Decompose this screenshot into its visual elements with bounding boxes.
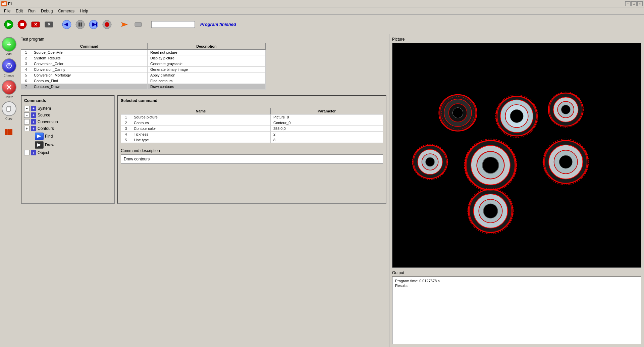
goto-button[interactable] xyxy=(119,18,131,31)
row-command: Contours_Find xyxy=(31,78,148,84)
step-back-button[interactable] xyxy=(61,18,73,31)
menu-edit[interactable]: Edit xyxy=(13,8,25,14)
test-program-title: Test program xyxy=(21,37,386,42)
command-row[interactable]: 4 Conversion_Canny Generate binary image xyxy=(21,67,266,72)
object-plus[interactable]: + xyxy=(31,150,36,155)
add-button[interactable] xyxy=(2,37,16,52)
command-row[interactable]: 1 Source_OpenFile Read nut picture xyxy=(21,50,266,55)
find-action-btn[interactable] xyxy=(35,133,44,140)
delete-label: Delete xyxy=(4,95,13,99)
svg-marker-23 xyxy=(8,64,10,65)
copy-button[interactable] xyxy=(2,101,16,116)
source-expander[interactable]: − xyxy=(24,112,30,118)
tree-item-object[interactable]: − + Object xyxy=(24,149,111,156)
svg-point-37 xyxy=(452,108,463,118)
param-value: Picture_0 xyxy=(270,114,383,120)
tree-item-draw[interactable]: Draw xyxy=(35,141,111,149)
record-button[interactable] xyxy=(101,18,113,31)
command-description-label: Command description xyxy=(121,148,383,153)
param-row[interactable]: 1 Source picture Picture_0 xyxy=(121,114,383,120)
tree-item-contours-group: + + Contours Find xyxy=(24,125,111,149)
contours-children: Find Draw xyxy=(35,132,111,149)
svg-rect-28 xyxy=(5,129,7,135)
svg-rect-29 xyxy=(7,129,10,135)
copy-label: Copy xyxy=(5,117,12,120)
contours-expander[interactable]: + xyxy=(24,126,30,131)
command-row[interactable]: 6 Contours_Find Find contours xyxy=(21,78,266,84)
step-forward-button[interactable] xyxy=(88,18,100,31)
stop-square-button[interactable] xyxy=(132,18,144,31)
draw-label: Draw xyxy=(45,143,54,147)
source-plus[interactable]: + xyxy=(31,112,36,118)
delete-button[interactable] xyxy=(2,80,16,95)
command-row[interactable]: 2 System_Results Display picture xyxy=(21,55,266,61)
output-label: Output xyxy=(392,270,641,275)
tree-item-source[interactable]: − + Source xyxy=(24,112,111,118)
command-row[interactable]: 7 Contours_Draw Draw contours xyxy=(21,84,266,90)
svg-point-42 xyxy=(510,110,523,123)
menu-file[interactable]: File xyxy=(1,8,13,14)
output-section: Output Program time: 0.0127578 sResults: xyxy=(392,270,641,344)
conversion-plus[interactable]: + xyxy=(31,119,36,125)
selected-command-panel: Selected command Name Parameter 1 Source… xyxy=(117,95,386,204)
row-description: Find contours xyxy=(147,78,265,84)
source-label: Source xyxy=(38,113,50,117)
param-value: 255,0,0 xyxy=(270,126,383,132)
param-row[interactable]: 2 Contours Contour_0 xyxy=(121,120,383,126)
svg-marker-32 xyxy=(37,143,41,147)
command-description-section: Command description Draw contours xyxy=(121,148,383,164)
pause-button[interactable] xyxy=(74,18,86,31)
close-button[interactable]: × xyxy=(637,1,643,6)
command-row[interactable]: 5 Conversion_Morfology Apply dilatation xyxy=(21,72,266,78)
system-label: System xyxy=(38,106,51,111)
param-name: Contour color xyxy=(131,126,271,132)
col-command: Command xyxy=(31,43,148,50)
menu-run[interactable]: Run xyxy=(25,8,38,14)
tree-item-contours[interactable]: + + Contours xyxy=(24,125,111,132)
tree-item-find[interactable]: Find xyxy=(35,132,111,141)
row-command: Contours_Draw xyxy=(31,84,148,90)
tree-item-system[interactable]: − + System xyxy=(24,105,111,112)
row-description: Generate grayscale xyxy=(147,61,265,67)
menu-help[interactable]: Help xyxy=(77,8,91,14)
terminate-button[interactable]: ✕ xyxy=(30,18,42,31)
svg-point-57 xyxy=(482,157,499,174)
command-table: Command Description 1 Source_OpenFile Re… xyxy=(21,43,266,90)
system-expander[interactable]: − xyxy=(24,106,30,111)
draw-action-btn[interactable] xyxy=(35,141,44,149)
command-description-box: Draw contours xyxy=(121,154,383,164)
row-num: 1 xyxy=(21,50,31,55)
tree-item-conversion[interactable]: − + Conversion xyxy=(24,118,111,125)
param-name: Contours xyxy=(131,120,271,126)
param-row[interactable]: 3 Contour color 255,0,0 xyxy=(121,126,383,132)
toolbar-separator-1 xyxy=(58,19,58,30)
param-col-parameter: Parameter xyxy=(270,108,383,114)
row-command: Conversion_Canny xyxy=(31,67,148,72)
row-command: Conversion_Color xyxy=(31,61,148,67)
abort-button[interactable]: ✕ xyxy=(43,18,55,31)
conversion-expander[interactable]: − xyxy=(24,119,30,125)
col-description: Description xyxy=(147,43,265,50)
minimize-button[interactable]: − xyxy=(625,1,631,6)
system-plus[interactable]: + xyxy=(31,106,36,111)
contours-plus[interactable]: + xyxy=(31,126,36,131)
param-row[interactable]: 4 Tickness 2 xyxy=(121,132,383,137)
conversion-label: Conversion xyxy=(38,119,58,124)
param-row[interactable]: 5 Line type 8 xyxy=(121,137,383,143)
restore-button[interactable]: □ xyxy=(631,1,637,6)
object-label: Object xyxy=(38,150,49,155)
row-num: 2 xyxy=(21,55,31,61)
change-button[interactable] xyxy=(2,58,16,73)
row-command: System_Results xyxy=(31,55,148,61)
output-line: Results: xyxy=(395,284,638,288)
run-button[interactable] xyxy=(3,18,15,31)
param-num: 5 xyxy=(121,137,131,143)
menu-debug[interactable]: Debug xyxy=(38,8,55,14)
progress-bar xyxy=(151,21,195,28)
stop-button[interactable] xyxy=(16,18,28,31)
toolbar-separator-3 xyxy=(147,19,147,30)
row-num: 5 xyxy=(21,72,31,78)
menu-cameras[interactable]: Cameras xyxy=(55,8,77,14)
object-expander[interactable]: − xyxy=(24,150,30,155)
command-row[interactable]: 3 Conversion_Color Generate grayscale xyxy=(21,61,266,67)
